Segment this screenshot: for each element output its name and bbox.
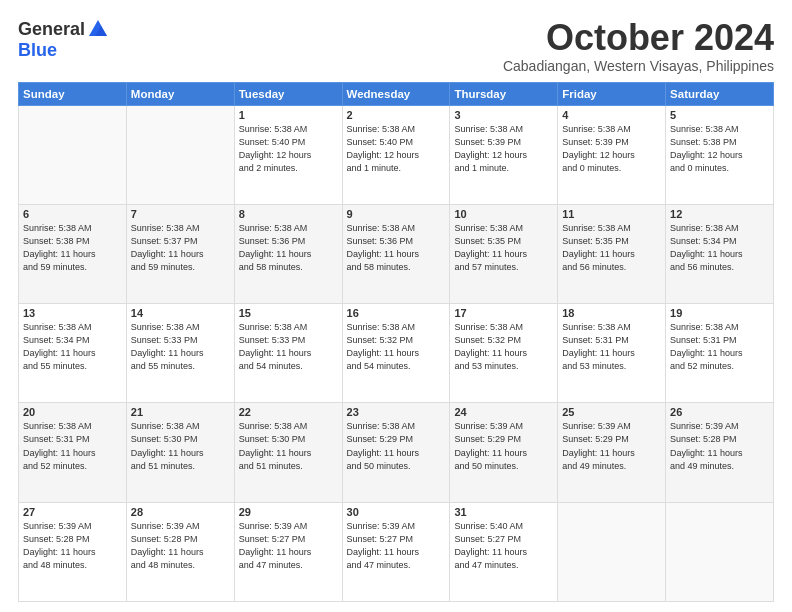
week-row-5: 27Sunrise: 5:39 AM Sunset: 5:28 PM Dayli… [19, 502, 774, 601]
day-number: 13 [23, 307, 122, 319]
logo-general-text: General [18, 19, 85, 40]
calendar-cell: 6Sunrise: 5:38 AM Sunset: 5:38 PM Daylig… [19, 204, 127, 303]
day-info: Sunrise: 5:38 AM Sunset: 5:40 PM Dayligh… [347, 123, 446, 175]
calendar-cell: 11Sunrise: 5:38 AM Sunset: 5:35 PM Dayli… [558, 204, 666, 303]
day-number: 19 [670, 307, 769, 319]
calendar-cell: 7Sunrise: 5:38 AM Sunset: 5:37 PM Daylig… [126, 204, 234, 303]
day-info: Sunrise: 5:38 AM Sunset: 5:33 PM Dayligh… [131, 321, 230, 373]
calendar-cell: 29Sunrise: 5:39 AM Sunset: 5:27 PM Dayli… [234, 502, 342, 601]
month-title: October 2024 [503, 18, 774, 58]
weekday-header-sunday: Sunday [19, 82, 127, 105]
calendar-cell: 24Sunrise: 5:39 AM Sunset: 5:29 PM Dayli… [450, 403, 558, 502]
day-info: Sunrise: 5:38 AM Sunset: 5:37 PM Dayligh… [131, 222, 230, 274]
calendar-cell: 4Sunrise: 5:38 AM Sunset: 5:39 PM Daylig… [558, 105, 666, 204]
day-info: Sunrise: 5:38 AM Sunset: 5:39 PM Dayligh… [454, 123, 553, 175]
location: Cabadiangan, Western Visayas, Philippine… [503, 58, 774, 74]
calendar-cell: 28Sunrise: 5:39 AM Sunset: 5:28 PM Dayli… [126, 502, 234, 601]
day-number: 24 [454, 406, 553, 418]
day-info: Sunrise: 5:38 AM Sunset: 5:31 PM Dayligh… [23, 420, 122, 472]
calendar-cell: 1Sunrise: 5:38 AM Sunset: 5:40 PM Daylig… [234, 105, 342, 204]
weekday-header-thursday: Thursday [450, 82, 558, 105]
day-number: 26 [670, 406, 769, 418]
calendar-cell: 9Sunrise: 5:38 AM Sunset: 5:36 PM Daylig… [342, 204, 450, 303]
day-info: Sunrise: 5:38 AM Sunset: 5:36 PM Dayligh… [239, 222, 338, 274]
day-number: 29 [239, 506, 338, 518]
weekday-header-saturday: Saturday [666, 82, 774, 105]
day-info: Sunrise: 5:38 AM Sunset: 5:35 PM Dayligh… [562, 222, 661, 274]
calendar-cell: 19Sunrise: 5:38 AM Sunset: 5:31 PM Dayli… [666, 304, 774, 403]
day-number: 8 [239, 208, 338, 220]
calendar-cell: 23Sunrise: 5:38 AM Sunset: 5:29 PM Dayli… [342, 403, 450, 502]
page: General Blue October 2024 Cabadiangan, W… [0, 0, 792, 612]
day-number: 9 [347, 208, 446, 220]
day-info: Sunrise: 5:38 AM Sunset: 5:32 PM Dayligh… [454, 321, 553, 373]
calendar-cell: 5Sunrise: 5:38 AM Sunset: 5:38 PM Daylig… [666, 105, 774, 204]
day-info: Sunrise: 5:38 AM Sunset: 5:33 PM Dayligh… [239, 321, 338, 373]
day-number: 20 [23, 406, 122, 418]
day-info: Sunrise: 5:39 AM Sunset: 5:29 PM Dayligh… [454, 420, 553, 472]
calendar-cell: 15Sunrise: 5:38 AM Sunset: 5:33 PM Dayli… [234, 304, 342, 403]
calendar-cell: 17Sunrise: 5:38 AM Sunset: 5:32 PM Dayli… [450, 304, 558, 403]
title-block: October 2024 Cabadiangan, Western Visaya… [503, 18, 774, 74]
day-info: Sunrise: 5:39 AM Sunset: 5:28 PM Dayligh… [131, 520, 230, 572]
logo-blue-text: Blue [18, 40, 57, 61]
day-number: 31 [454, 506, 553, 518]
weekday-header-friday: Friday [558, 82, 666, 105]
day-number: 4 [562, 109, 661, 121]
calendar-cell: 21Sunrise: 5:38 AM Sunset: 5:30 PM Dayli… [126, 403, 234, 502]
day-info: Sunrise: 5:40 AM Sunset: 5:27 PM Dayligh… [454, 520, 553, 572]
calendar-cell [19, 105, 127, 204]
calendar: SundayMondayTuesdayWednesdayThursdayFrid… [18, 82, 774, 602]
day-number: 25 [562, 406, 661, 418]
calendar-cell: 8Sunrise: 5:38 AM Sunset: 5:36 PM Daylig… [234, 204, 342, 303]
calendar-cell: 25Sunrise: 5:39 AM Sunset: 5:29 PM Dayli… [558, 403, 666, 502]
logo: General Blue [18, 18, 109, 61]
day-number: 17 [454, 307, 553, 319]
day-info: Sunrise: 5:38 AM Sunset: 5:35 PM Dayligh… [454, 222, 553, 274]
day-info: Sunrise: 5:38 AM Sunset: 5:34 PM Dayligh… [23, 321, 122, 373]
calendar-cell: 14Sunrise: 5:38 AM Sunset: 5:33 PM Dayli… [126, 304, 234, 403]
weekday-header-wednesday: Wednesday [342, 82, 450, 105]
calendar-cell: 3Sunrise: 5:38 AM Sunset: 5:39 PM Daylig… [450, 105, 558, 204]
day-number: 30 [347, 506, 446, 518]
header: General Blue October 2024 Cabadiangan, W… [18, 18, 774, 74]
day-number: 1 [239, 109, 338, 121]
calendar-cell: 27Sunrise: 5:39 AM Sunset: 5:28 PM Dayli… [19, 502, 127, 601]
day-number: 14 [131, 307, 230, 319]
day-info: Sunrise: 5:38 AM Sunset: 5:31 PM Dayligh… [562, 321, 661, 373]
day-number: 15 [239, 307, 338, 319]
day-number: 27 [23, 506, 122, 518]
day-info: Sunrise: 5:38 AM Sunset: 5:38 PM Dayligh… [670, 123, 769, 175]
calendar-cell: 16Sunrise: 5:38 AM Sunset: 5:32 PM Dayli… [342, 304, 450, 403]
day-info: Sunrise: 5:38 AM Sunset: 5:32 PM Dayligh… [347, 321, 446, 373]
day-number: 23 [347, 406, 446, 418]
day-info: Sunrise: 5:38 AM Sunset: 5:30 PM Dayligh… [131, 420, 230, 472]
calendar-cell: 26Sunrise: 5:39 AM Sunset: 5:28 PM Dayli… [666, 403, 774, 502]
day-number: 2 [347, 109, 446, 121]
day-number: 10 [454, 208, 553, 220]
day-info: Sunrise: 5:38 AM Sunset: 5:39 PM Dayligh… [562, 123, 661, 175]
day-info: Sunrise: 5:38 AM Sunset: 5:40 PM Dayligh… [239, 123, 338, 175]
calendar-cell: 10Sunrise: 5:38 AM Sunset: 5:35 PM Dayli… [450, 204, 558, 303]
logo-icon [87, 18, 109, 40]
calendar-cell: 30Sunrise: 5:39 AM Sunset: 5:27 PM Dayli… [342, 502, 450, 601]
day-number: 18 [562, 307, 661, 319]
calendar-cell: 20Sunrise: 5:38 AM Sunset: 5:31 PM Dayli… [19, 403, 127, 502]
calendar-cell [558, 502, 666, 601]
calendar-cell [666, 502, 774, 601]
day-info: Sunrise: 5:38 AM Sunset: 5:31 PM Dayligh… [670, 321, 769, 373]
day-info: Sunrise: 5:38 AM Sunset: 5:38 PM Dayligh… [23, 222, 122, 274]
day-number: 22 [239, 406, 338, 418]
calendar-cell: 22Sunrise: 5:38 AM Sunset: 5:30 PM Dayli… [234, 403, 342, 502]
day-info: Sunrise: 5:39 AM Sunset: 5:28 PM Dayligh… [670, 420, 769, 472]
day-info: Sunrise: 5:38 AM Sunset: 5:34 PM Dayligh… [670, 222, 769, 274]
day-number: 3 [454, 109, 553, 121]
week-row-1: 1Sunrise: 5:38 AM Sunset: 5:40 PM Daylig… [19, 105, 774, 204]
day-info: Sunrise: 5:39 AM Sunset: 5:27 PM Dayligh… [347, 520, 446, 572]
calendar-cell: 12Sunrise: 5:38 AM Sunset: 5:34 PM Dayli… [666, 204, 774, 303]
day-info: Sunrise: 5:38 AM Sunset: 5:29 PM Dayligh… [347, 420, 446, 472]
day-info: Sunrise: 5:39 AM Sunset: 5:27 PM Dayligh… [239, 520, 338, 572]
day-info: Sunrise: 5:38 AM Sunset: 5:36 PM Dayligh… [347, 222, 446, 274]
day-number: 7 [131, 208, 230, 220]
weekday-header-tuesday: Tuesday [234, 82, 342, 105]
